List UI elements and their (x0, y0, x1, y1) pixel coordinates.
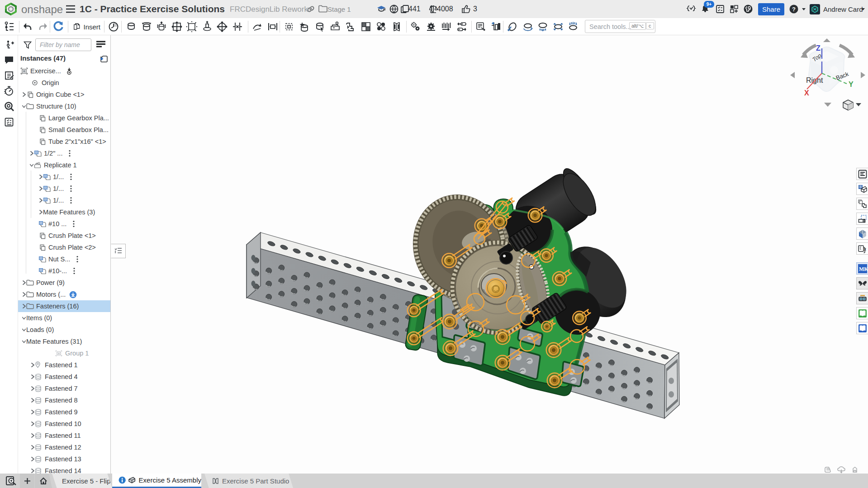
svg-text:x: x (864, 247, 866, 251)
svg-text:Right: Right (806, 76, 823, 84)
svg-text:Z: Z (816, 44, 821, 52)
svg-text:MK: MK (859, 265, 868, 272)
svg-text:Y: Y (849, 81, 854, 88)
svg-text:?: ? (792, 6, 796, 13)
svg-text:X: X (804, 89, 809, 97)
